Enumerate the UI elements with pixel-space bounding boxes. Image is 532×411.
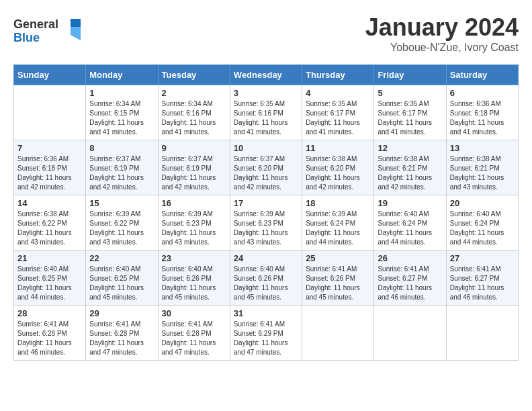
calendar-cell: 4Sunrise: 6:35 AMSunset: 6:17 PMDaylight… (302, 85, 374, 140)
day-info: Sunrise: 6:37 AMSunset: 6:19 PMDaylight:… (162, 154, 226, 192)
title-block: January 2024 Yoboue-N'Zue, Ivory Coast (365, 13, 519, 54)
svg-text:Blue: Blue (13, 31, 40, 44)
day-info: Sunrise: 6:41 AMSunset: 6:27 PMDaylight:… (378, 265, 442, 302)
day-number: 15 (89, 198, 154, 208)
weekday-header-sunday: Sunday (14, 65, 86, 85)
day-info: Sunrise: 6:38 AMSunset: 6:22 PMDaylight:… (17, 210, 82, 247)
calendar-cell (302, 306, 374, 361)
calendar-cell: 23Sunrise: 6:40 AMSunset: 6:26 PMDayligh… (158, 250, 230, 306)
logo: General Blue (13, 13, 87, 50)
weekday-header-friday: Friday (374, 65, 446, 85)
day-info: Sunrise: 6:35 AMSunset: 6:16 PMDaylight:… (234, 99, 298, 137)
svg-text:General: General (13, 17, 58, 31)
calendar-cell (374, 306, 446, 361)
day-number: 16 (162, 198, 226, 208)
day-number: 20 (450, 198, 515, 208)
calendar-cell: 17Sunrise: 6:39 AMSunset: 6:23 PMDayligh… (230, 195, 302, 250)
calendar-cell: 24Sunrise: 6:40 AMSunset: 6:26 PMDayligh… (230, 250, 302, 306)
logo-text: General Blue (13, 13, 87, 50)
day-number: 5 (378, 88, 442, 98)
weekday-header-monday: Monday (86, 65, 158, 85)
day-number: 9 (162, 143, 226, 153)
page-header: General Blue January 2024 Yoboue-N'Zue, … (13, 13, 519, 54)
calendar-cell: 2Sunrise: 6:34 AMSunset: 6:16 PMDaylight… (158, 85, 230, 140)
day-info: Sunrise: 6:40 AMSunset: 6:25 PMDaylight:… (17, 265, 82, 302)
calendar-cell: 25Sunrise: 6:41 AMSunset: 6:26 PMDayligh… (302, 250, 374, 306)
calendar-cell: 6Sunrise: 6:36 AMSunset: 6:18 PMDaylight… (446, 85, 518, 140)
day-info: Sunrise: 6:37 AMSunset: 6:19 PMDaylight:… (89, 154, 154, 192)
day-number: 28 (17, 308, 82, 318)
day-number: 12 (378, 143, 442, 153)
day-number: 22 (89, 253, 154, 263)
day-info: Sunrise: 6:34 AMSunset: 6:15 PMDaylight:… (89, 99, 154, 137)
calendar-cell: 31Sunrise: 6:41 AMSunset: 6:29 PMDayligh… (230, 306, 302, 361)
calendar-cell: 18Sunrise: 6:39 AMSunset: 6:24 PMDayligh… (302, 195, 374, 250)
week-row-2: 7Sunrise: 6:36 AMSunset: 6:18 PMDaylight… (14, 140, 519, 195)
calendar-cell: 27Sunrise: 6:41 AMSunset: 6:27 PMDayligh… (446, 250, 518, 306)
calendar-cell: 30Sunrise: 6:41 AMSunset: 6:28 PMDayligh… (158, 306, 230, 361)
calendar-cell: 5Sunrise: 6:35 AMSunset: 6:17 PMDaylight… (374, 85, 446, 140)
calendar-cell: 28Sunrise: 6:41 AMSunset: 6:28 PMDayligh… (14, 306, 86, 361)
day-number: 2 (162, 88, 226, 98)
day-info: Sunrise: 6:39 AMSunset: 6:23 PMDaylight:… (162, 210, 226, 247)
calendar-cell: 13Sunrise: 6:38 AMSunset: 6:21 PMDayligh… (446, 140, 518, 195)
weekday-header-wednesday: Wednesday (230, 65, 302, 85)
week-row-3: 14Sunrise: 6:38 AMSunset: 6:22 PMDayligh… (14, 195, 519, 250)
weekday-header-thursday: Thursday (302, 65, 374, 85)
weekday-header-tuesday: Tuesday (158, 65, 230, 85)
day-info: Sunrise: 6:38 AMSunset: 6:21 PMDaylight:… (378, 154, 442, 192)
day-info: Sunrise: 6:39 AMSunset: 6:23 PMDaylight:… (234, 210, 298, 247)
day-number: 17 (234, 198, 298, 208)
day-number: 30 (162, 308, 226, 318)
calendar-cell: 15Sunrise: 6:39 AMSunset: 6:22 PMDayligh… (86, 195, 158, 250)
day-number: 7 (17, 143, 82, 153)
day-number: 27 (450, 253, 515, 263)
day-info: Sunrise: 6:40 AMSunset: 6:26 PMDaylight:… (234, 265, 298, 302)
day-number: 25 (306, 253, 370, 263)
day-info: Sunrise: 6:41 AMSunset: 6:28 PMDaylight:… (162, 320, 226, 357)
svg-marker-3 (71, 27, 81, 40)
calendar-cell: 22Sunrise: 6:40 AMSunset: 6:25 PMDayligh… (86, 250, 158, 306)
calendar-cell (14, 85, 86, 140)
day-number: 11 (306, 143, 370, 153)
day-number: 19 (378, 198, 442, 208)
weekday-header-saturday: Saturday (446, 65, 518, 85)
day-number: 21 (17, 253, 82, 263)
day-info: Sunrise: 6:40 AMSunset: 6:24 PMDaylight:… (450, 210, 515, 247)
calendar-cell: 21Sunrise: 6:40 AMSunset: 6:25 PMDayligh… (14, 250, 86, 306)
calendar-cell: 1Sunrise: 6:34 AMSunset: 6:15 PMDaylight… (86, 85, 158, 140)
calendar-cell: 3Sunrise: 6:35 AMSunset: 6:16 PMDaylight… (230, 85, 302, 140)
calendar-cell: 12Sunrise: 6:38 AMSunset: 6:21 PMDayligh… (374, 140, 446, 195)
day-number: 23 (162, 253, 226, 263)
day-number: 1 (89, 88, 154, 98)
week-row-1: 1Sunrise: 6:34 AMSunset: 6:15 PMDaylight… (14, 85, 519, 140)
weekday-header-row: SundayMondayTuesdayWednesdayThursdayFrid… (14, 65, 519, 85)
day-info: Sunrise: 6:35 AMSunset: 6:17 PMDaylight:… (378, 99, 442, 137)
day-info: Sunrise: 6:35 AMSunset: 6:17 PMDaylight:… (306, 99, 370, 137)
day-info: Sunrise: 6:39 AMSunset: 6:22 PMDaylight:… (89, 210, 154, 247)
calendar-cell: 11Sunrise: 6:38 AMSunset: 6:20 PMDayligh… (302, 140, 374, 195)
calendar-cell: 7Sunrise: 6:36 AMSunset: 6:18 PMDaylight… (14, 140, 86, 195)
day-info: Sunrise: 6:40 AMSunset: 6:24 PMDaylight:… (378, 210, 442, 247)
location: Yoboue-N'Zue, Ivory Coast (365, 42, 519, 54)
calendar-cell: 10Sunrise: 6:37 AMSunset: 6:20 PMDayligh… (230, 140, 302, 195)
day-info: Sunrise: 6:41 AMSunset: 6:26 PMDaylight:… (306, 265, 370, 302)
day-info: Sunrise: 6:34 AMSunset: 6:16 PMDaylight:… (162, 99, 226, 137)
day-number: 3 (234, 88, 298, 98)
day-number: 6 (450, 88, 515, 98)
calendar-cell: 19Sunrise: 6:40 AMSunset: 6:24 PMDayligh… (374, 195, 446, 250)
calendar-cell: 14Sunrise: 6:38 AMSunset: 6:22 PMDayligh… (14, 195, 86, 250)
day-info: Sunrise: 6:38 AMSunset: 6:21 PMDaylight:… (450, 154, 515, 192)
month-title: January 2024 (365, 13, 519, 42)
day-number: 8 (89, 143, 154, 153)
day-number: 13 (450, 143, 515, 153)
day-number: 31 (234, 308, 298, 318)
day-info: Sunrise: 6:41 AMSunset: 6:29 PMDaylight:… (234, 320, 298, 357)
day-info: Sunrise: 6:40 AMSunset: 6:26 PMDaylight:… (162, 265, 226, 302)
calendar-cell (446, 306, 518, 361)
calendar-table: SundayMondayTuesdayWednesdayThursdayFrid… (13, 64, 519, 361)
calendar-cell: 8Sunrise: 6:37 AMSunset: 6:19 PMDaylight… (86, 140, 158, 195)
day-number: 14 (17, 198, 82, 208)
day-info: Sunrise: 6:41 AMSunset: 6:27 PMDaylight:… (450, 265, 515, 302)
day-number: 26 (378, 253, 442, 263)
